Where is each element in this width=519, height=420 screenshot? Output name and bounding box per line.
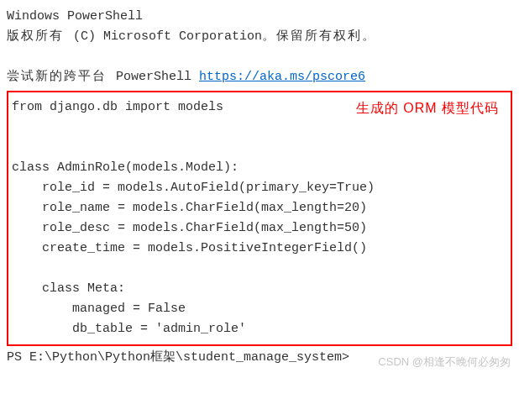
code-annotation: 生成的 ORM 模型代码 [356, 97, 499, 119]
code-field-roledesc: role_desc = models.CharField(max_length=… [12, 218, 504, 239]
code-field-rolename: role_name = models.CharField(max_length=… [12, 198, 504, 218]
code-meta-class: class Meta: [12, 279, 504, 299]
copyright-mid: (C) Microsoft Corporation [73, 29, 262, 44]
copyright-pre: 版权所有 [7, 29, 73, 44]
orm-code-box: 生成的 ORM 模型代码 from django.db import model… [7, 91, 512, 346]
blank-line [12, 259, 504, 279]
blank-line [12, 138, 504, 158]
blank-line [7, 47, 512, 67]
code-meta-managed: managed = False [12, 299, 504, 319]
try-mid: PowerShell [116, 70, 199, 84]
try-pre: 尝试新的跨平台 [7, 70, 116, 84]
code-field-createtime: create_time = models.PositiveIntegerFiel… [12, 239, 504, 259]
ps-try-line: 尝试新的跨平台 PowerShell https://aka.ms/pscore… [7, 67, 512, 87]
ps-title: Windows PowerShell [7, 7, 512, 27]
blank-line [12, 118, 504, 138]
code-class-def: class AdminRole(models.Model): [12, 158, 504, 178]
ps-copyright: 版权所有 (C) Microsoft Corporation。保留所有权利。 [7, 27, 512, 47]
code-meta-dbtable: db_table = 'admin_role' [12, 319, 504, 339]
code-field-roleid: role_id = models.AutoField(primary_key=T… [12, 178, 504, 198]
copyright-post: 。保留所有权利。 [262, 29, 376, 44]
ps-prompt[interactable]: PS E:\Python\Python框架\student_manage_sys… [7, 348, 512, 368]
pscore-link[interactable]: https://aka.ms/pscore6 [199, 70, 365, 84]
